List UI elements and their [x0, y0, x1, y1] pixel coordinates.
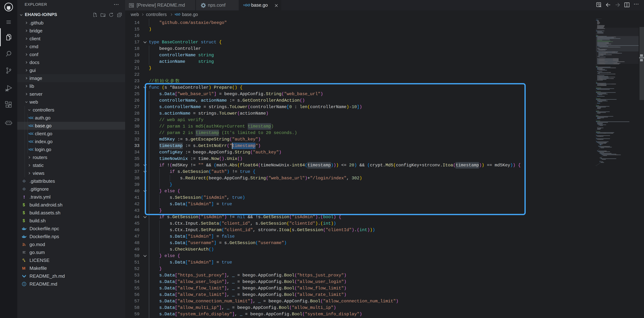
svg-text:GO: GO [30, 132, 34, 135]
svg-text:$: $ [23, 210, 25, 215]
svg-text:GO: GO [30, 148, 34, 151]
svg-text:GO: GO [30, 140, 34, 143]
svg-text:GO: GO [30, 116, 34, 119]
svg-text:$: $ [23, 218, 25, 223]
svg-text:$: $ [23, 202, 25, 207]
svg-text:M: M [22, 266, 25, 270]
svg-text:GO: GO [30, 124, 34, 127]
